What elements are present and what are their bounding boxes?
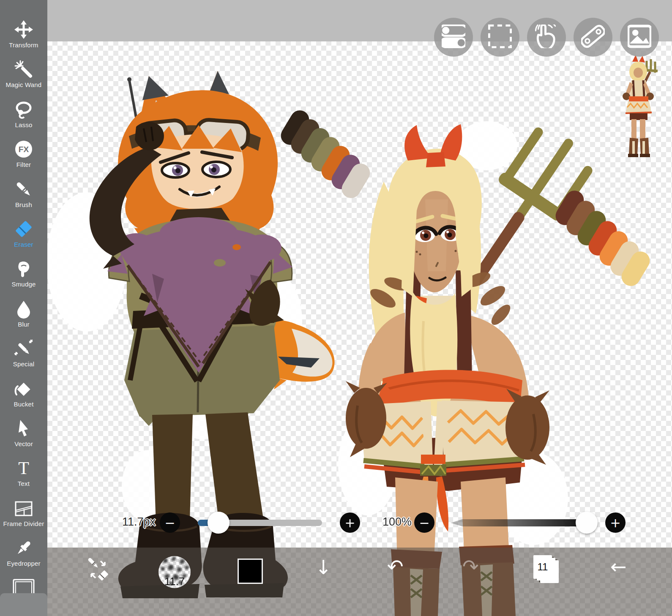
layers-count: 11 bbox=[533, 555, 552, 579]
svg-text:T: T bbox=[18, 458, 29, 478]
ruler-icon bbox=[581, 25, 605, 50]
sidebar-tool-frame-divider[interactable]: Frame Divider bbox=[0, 496, 47, 536]
redo-button[interactable]: ↷ bbox=[462, 557, 479, 576]
brush-size-decrease-button[interactable]: − bbox=[160, 512, 180, 533]
tool-list: Transform Magic Wand LassoFXFilter Brush… bbox=[0, 0, 47, 576]
back-arrow-icon: ← bbox=[610, 555, 627, 578]
swap-brush-eraser-button[interactable] bbox=[86, 557, 112, 582]
redo-icon: ↷ bbox=[462, 555, 479, 578]
lasso-icon bbox=[14, 98, 33, 121]
bottom-toolbar bbox=[47, 548, 672, 616]
reference-thumbnail[interactable] bbox=[614, 54, 664, 158]
sidebar-tool-special[interactable]: Special bbox=[0, 337, 47, 376]
sidebar-tool-smudge[interactable]: Smudge bbox=[0, 257, 47, 297]
sidebar-tool-filter[interactable]: FXFilter bbox=[0, 137, 47, 177]
tap-gesture-icon bbox=[535, 25, 558, 50]
down-arrow-icon: ↓ bbox=[315, 556, 332, 579]
layers-sheet-front: 11 bbox=[533, 555, 552, 579]
undo-icon: ↶ bbox=[387, 555, 404, 578]
sidebar-tool-magic-wand[interactable]: Magic Wand bbox=[0, 57, 47, 97]
hide-toolbar-button[interactable]: ↓ bbox=[315, 558, 332, 577]
move-icon bbox=[14, 18, 33, 41]
sidebar-tool-text[interactable]: TText bbox=[0, 456, 47, 496]
bucket-icon bbox=[14, 377, 33, 401]
sidebar-tool-vector[interactable]: Vector bbox=[0, 417, 47, 456]
special-icon bbox=[14, 337, 33, 360]
tool-label: Blur bbox=[18, 321, 29, 328]
tool-label: Lasso bbox=[15, 121, 32, 128]
sidebar-tool-eraser[interactable]: Eraser bbox=[0, 217, 47, 257]
sidebar-tool-brush[interactable]: Brush bbox=[0, 177, 47, 217]
brush-preview-button[interactable]: 11.7 bbox=[158, 556, 191, 588]
tool-label: Bucket bbox=[14, 401, 33, 408]
svg-text:FX: FX bbox=[19, 145, 29, 154]
undo-button[interactable]: ↶ bbox=[387, 557, 404, 576]
zoom-level-label: 100% bbox=[367, 515, 412, 529]
tool-label: Transform bbox=[9, 41, 38, 49]
current-color-swatch[interactable] bbox=[238, 559, 263, 584]
brush-size-slider-thumb[interactable] bbox=[208, 512, 229, 534]
tool-label: Frame Divider bbox=[3, 520, 44, 527]
toggle-switches-icon bbox=[442, 25, 465, 50]
sidebar-tool-bucket[interactable]: Bucket bbox=[0, 377, 47, 417]
tool-label: Brush bbox=[15, 201, 32, 208]
image-button[interactable] bbox=[620, 18, 659, 57]
zoom-increase-button[interactable]: + bbox=[605, 512, 626, 533]
tool-label: Special bbox=[13, 360, 35, 368]
zoom-slider[interactable] bbox=[451, 519, 577, 526]
eraser-icon bbox=[14, 217, 33, 241]
tool-label: Filter bbox=[16, 161, 31, 168]
toggle-switches-button[interactable] bbox=[434, 18, 473, 57]
tool-label: Magic Wand bbox=[6, 81, 42, 88]
marquee-select-button[interactable] bbox=[481, 18, 519, 57]
back-button[interactable]: ← bbox=[610, 557, 627, 576]
tool-label: Eraser bbox=[14, 241, 33, 248]
sidebar-tool-lasso[interactable]: Lasso bbox=[0, 98, 47, 137]
marquee-select-icon bbox=[488, 25, 512, 50]
brush-eraser-swap-icon bbox=[87, 557, 108, 581]
zoom-decrease-button[interactable]: − bbox=[414, 512, 434, 533]
image-icon bbox=[628, 25, 651, 50]
brush-icon bbox=[14, 177, 33, 201]
tap-gesture-button[interactable] bbox=[527, 18, 566, 57]
sidebar-tool-eyedropper[interactable]: Eyedropper bbox=[0, 536, 47, 576]
fx-icon: FX bbox=[14, 137, 33, 161]
tool-label: Text bbox=[18, 480, 30, 487]
sidebar-tool-blur[interactable]: Blur bbox=[0, 297, 47, 337]
ruler-button[interactable] bbox=[574, 18, 612, 57]
blur-icon bbox=[14, 297, 33, 321]
zoom-slider-thumb[interactable] bbox=[576, 512, 598, 534]
brush-size-label: 11.7px bbox=[104, 515, 156, 529]
tool-label: Eyedropper bbox=[7, 560, 41, 567]
smudge-icon bbox=[14, 257, 33, 281]
magic-wand-icon bbox=[14, 57, 33, 81]
vector-icon bbox=[14, 417, 33, 440]
eyedropper-icon bbox=[14, 536, 33, 560]
sidebar-tool-transform[interactable]: Transform bbox=[0, 18, 47, 57]
brush-size-increase-button[interactable]: + bbox=[340, 512, 360, 533]
sidebar-footer bbox=[0, 593, 47, 616]
brush-size-value: 11.7 bbox=[164, 575, 185, 588]
layers-button[interactable]: 11 bbox=[533, 555, 561, 583]
text-icon: T bbox=[14, 456, 33, 480]
tool-label: Smudge bbox=[11, 281, 36, 288]
partial-tool-icon[interactable] bbox=[12, 578, 36, 593]
tool-sidebar: Transform Magic Wand LassoFXFilter Brush… bbox=[0, 0, 47, 616]
frame-divider-icon bbox=[14, 496, 33, 520]
tool-label: Vector bbox=[14, 440, 33, 447]
